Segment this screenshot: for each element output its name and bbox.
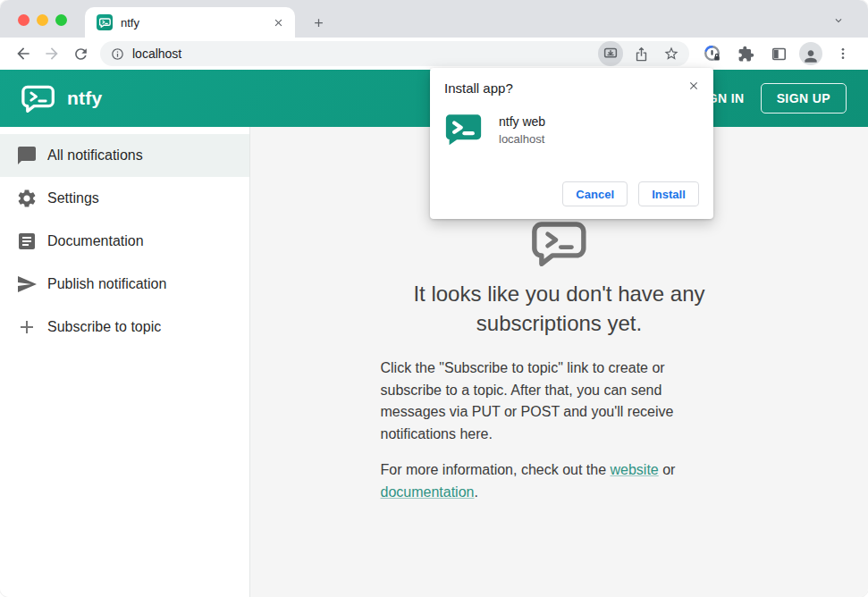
window-controls [18, 14, 67, 26]
install-app-dialog: Install app? ntfy web localhost Cancel I… [430, 68, 713, 219]
browser-toolbar: localhost [0, 38, 868, 70]
paragraph-text: For more information, check out the [381, 462, 611, 477]
website-link[interactable]: website [611, 462, 659, 477]
url-text[interactable]: localhost [132, 46, 598, 61]
sidebar-item-subscribe-to-topic[interactable]: Subscribe to topic [0, 306, 249, 349]
sidebar-item-publish-notification[interactable]: Publish notification [0, 263, 249, 306]
dialog-app-origin: localhost [499, 132, 545, 146]
close-tab-icon[interactable] [270, 14, 286, 30]
article-icon [16, 231, 38, 252]
gear-icon [16, 188, 38, 209]
paragraph-text: or [659, 462, 676, 477]
plus-icon [16, 316, 38, 338]
heading-line: subscriptions yet. [413, 308, 704, 338]
close-icon[interactable] [685, 77, 703, 95]
tab-title: ntfy [121, 16, 270, 29]
dialog-actions: Cancel Install [562, 181, 699, 206]
send-icon [16, 273, 38, 295]
side-panel-icon[interactable] [766, 41, 791, 66]
dialog-title: Install app? [444, 80, 699, 96]
new-tab-icon[interactable] [308, 12, 329, 33]
password-manager-extension-icon[interactable] [700, 41, 725, 66]
minimize-window-button[interactable] [37, 14, 48, 26]
dialog-app-text: ntfy web localhost [499, 114, 545, 146]
back-icon[interactable] [9, 39, 38, 68]
more-info-paragraph: For more information, check out the webs… [381, 459, 738, 503]
tab-strip: ntfy [0, 0, 868, 38]
forward-icon[interactable] [38, 39, 66, 68]
kebab-menu-icon[interactable] [830, 41, 855, 66]
documentation-link[interactable]: documentation [381, 484, 475, 500]
maximize-window-button[interactable] [55, 14, 67, 26]
sidebar-item-label: All notifications [47, 147, 143, 164]
omnibox-actions [598, 41, 684, 66]
sidebar: All notifications Settings Documentation… [0, 127, 250, 597]
paragraph-text: . [474, 484, 477, 500]
sidebar-item-label: Settings [47, 190, 99, 206]
ntfy-watermark-icon [532, 221, 587, 266]
empty-state-text: Click the "Subscribe to topic" link to c… [381, 357, 738, 503]
sidebar-item-label: Publish notification [47, 276, 166, 292]
address-bar[interactable]: localhost [100, 41, 689, 66]
sidebar-item-documentation[interactable]: Documentation [0, 220, 249, 263]
reload-icon[interactable] [66, 39, 95, 68]
sidebar-item-all-notifications[interactable]: All notifications [0, 134, 249, 177]
site-info-icon[interactable] [111, 47, 124, 61]
sign-up-button[interactable]: SIGN UP [761, 83, 847, 114]
app-title: ntfy [67, 88, 102, 109]
ntfy-logo-icon [21, 85, 55, 113]
paragraph-line: messages via PUT or POST and you'll rece… [381, 401, 738, 424]
close-window-button[interactable] [18, 14, 29, 26]
heading-line: It looks like you don't have any [413, 279, 704, 308]
chat-icon [16, 145, 38, 166]
paragraph-line: subscribe to a topic. After that, you ca… [381, 380, 738, 402]
empty-state-heading: It looks like you don't have any subscri… [413, 279, 704, 338]
cancel-button[interactable]: Cancel [562, 181, 628, 206]
dialog-app-info: ntfy web localhost [444, 113, 699, 147]
dialog-app-name: ntfy web [499, 114, 545, 129]
share-icon[interactable] [628, 41, 653, 66]
profile-icon[interactable] [799, 42, 822, 65]
bookmark-star-icon[interactable] [659, 41, 684, 66]
install-app-icon[interactable] [598, 41, 623, 66]
paragraph-line: Click the "Subscribe to topic" link to c… [381, 357, 738, 380]
install-button[interactable]: Install [638, 181, 699, 206]
ntfy-favicon-icon [97, 14, 113, 30]
sidebar-item-label: Subscribe to topic [47, 319, 161, 335]
extensions-icon[interactable] [733, 41, 758, 66]
tab-search-chevron-icon[interactable] [829, 11, 848, 30]
toolbar-extensions-area [689, 41, 863, 66]
sidebar-item-settings[interactable]: Settings [0, 177, 249, 220]
ntfy-app-icon [444, 113, 483, 147]
paragraph-line: notifications here. [381, 424, 738, 446]
sidebar-item-label: Documentation [47, 233, 144, 249]
browser-window: ntfy localhost [0, 0, 868, 597]
browser-tab[interactable]: ntfy [85, 7, 295, 38]
